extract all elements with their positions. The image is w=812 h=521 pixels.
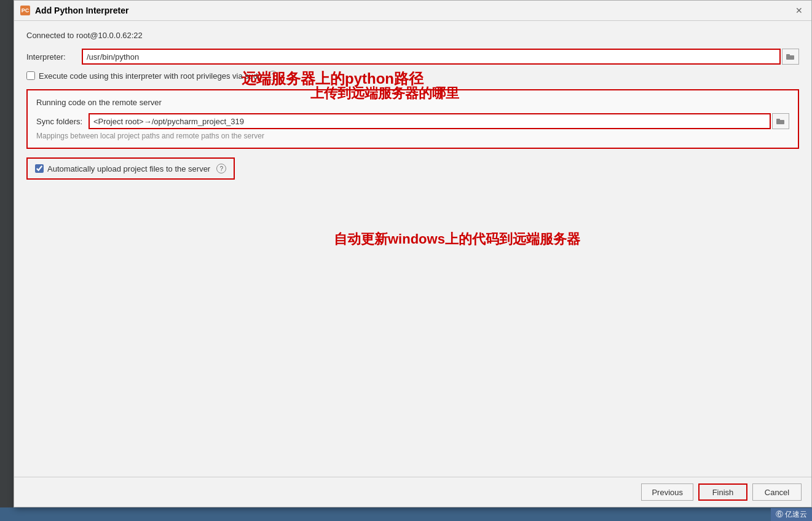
close-button[interactable]: ✕ [793,4,805,17]
mappings-hint: Mappings between local project paths and… [36,132,789,140]
interpreter-label: Interpreter: [26,52,82,62]
previous-button[interactable]: Previous [641,483,693,501]
interpreter-browse-button[interactable] [782,49,799,65]
folder-icon [776,118,785,124]
connection-info: Connected to root@10.0.0.62:22 [26,31,799,40]
sync-browse-button[interactable] [772,113,789,129]
bottom-bar [0,507,812,521]
folder-icon [786,54,795,60]
sync-label: Sync folders: [36,117,89,126]
cancel-button[interactable]: Cancel [752,483,802,501]
dialog-title: Add Python Interpreter [35,6,128,15]
svg-rect-3 [776,119,780,121]
sudo-label[interactable]: Execute code using this interpreter with… [39,71,262,81]
sync-folders-input[interactable] [89,113,771,129]
finish-button[interactable]: Finish [698,483,747,501]
dialog-icon: PC [20,6,30,15]
add-python-interpreter-dialog: PC Add Python Interpreter ✕ Connected to… [14,0,812,507]
svg-rect-2 [776,120,784,124]
ide-sidebar [0,0,14,521]
section-title: Running code on the remote server [36,98,789,107]
dialog-content: Connected to root@10.0.0.62:22 Interpret… [14,21,811,477]
dialog-footer: Previous Finish Cancel [14,477,811,507]
running-code-section: Running code on the remote server Sync f… [26,89,799,149]
svg-rect-0 [786,55,794,60]
sudo-checkbox[interactable] [26,71,35,80]
title-bar: PC Add Python Interpreter ✕ [14,1,811,21]
auto-upload-checkbox[interactable] [35,164,44,173]
auto-upload-section: Automatically upload project files to th… [26,157,235,180]
sync-folders-row: Sync folders: [36,113,789,129]
auto-upload-label[interactable]: Automatically upload project files to th… [47,164,210,173]
svg-rect-1 [786,54,790,56]
sudo-checkbox-row: Execute code using this interpreter with… [26,71,799,81]
annotation-auto-update: 自动更新windows上的代码到远端服务器 [334,230,580,249]
watermark: ⑥ 亿速云 [771,508,812,521]
interpreter-input[interactable] [82,49,781,65]
interpreter-row: Interpreter: [26,49,799,65]
auto-upload-help-icon[interactable]: ? [216,164,226,173]
title-bar-left: PC Add Python Interpreter [20,6,128,15]
sudo-help-icon[interactable]: ? [268,71,278,81]
